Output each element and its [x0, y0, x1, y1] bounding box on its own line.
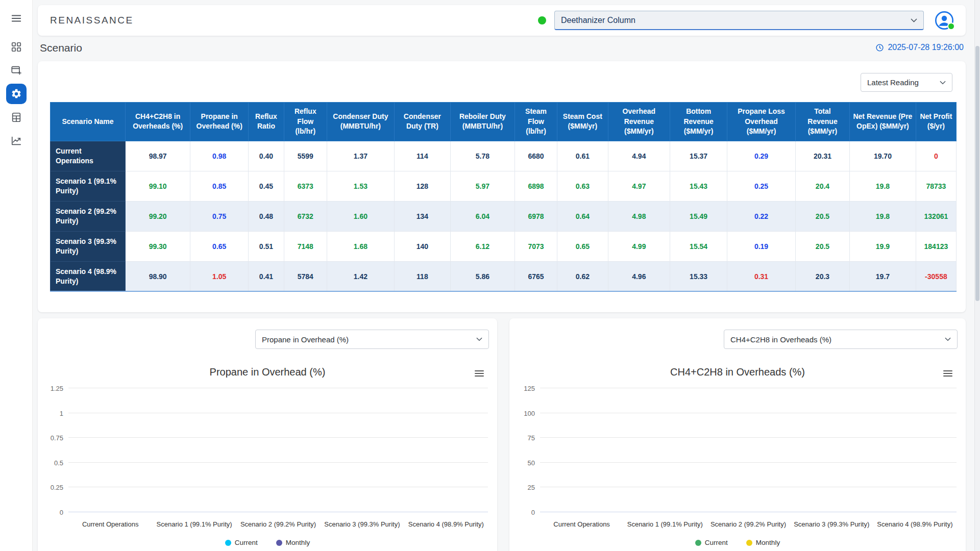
- value-cell: 134: [394, 201, 450, 231]
- scrollbar-thumb[interactable]: [975, 46, 979, 301]
- value-cell: 1.42: [327, 261, 394, 291]
- chart-context-menu-icon[interactable]: [943, 370, 952, 377]
- table-row: Scenario 3 (99.3% Purity)99.300.650.5171…: [51, 231, 957, 261]
- value-cell: 1.60: [327, 201, 394, 231]
- x-axis-label: Scenario 3 (99.3% Purity): [320, 520, 404, 528]
- value-cell: 0.85: [190, 171, 249, 201]
- active-nav-highlight: [6, 84, 27, 104]
- value-cell: 5.97: [450, 171, 514, 201]
- scenario-table-head-row: Scenario NameCH4+C2H8 in Overheads (%)Pr…: [51, 103, 957, 141]
- column-header: Reboiler Duty (MMBTU/hr): [450, 103, 514, 141]
- scenario-name-cell: Current Operations: [51, 141, 126, 171]
- app-root: RENAISSANCE Deethanizer Column Scenario …: [0, 0, 980, 551]
- value-cell: 99.10: [126, 171, 190, 201]
- chart-title: Propane in Overhead (%): [38, 366, 497, 378]
- chart-metric-select[interactable]: CH4+C2H8 in Overheads (%): [724, 330, 958, 349]
- hamburger-menu-icon[interactable]: [0, 7, 33, 30]
- page-title: Scenario: [40, 42, 82, 54]
- vertical-scrollbar[interactable]: [974, 0, 980, 551]
- report-icon[interactable]: [0, 106, 33, 129]
- value-cell: 0.22: [727, 201, 796, 231]
- legend-label: Current: [235, 539, 258, 546]
- chart-legend: CurrentMonthly: [509, 539, 966, 546]
- value-cell: 19.8: [850, 171, 916, 201]
- value-cell: 98.90: [126, 261, 190, 291]
- value-cell: 78733: [916, 171, 956, 201]
- value-cell: 0.75: [190, 201, 249, 231]
- value-cell: 20.3: [795, 261, 849, 291]
- column-header: Net Profit ($/yr): [916, 103, 956, 141]
- chart-legend: CurrentMonthly: [38, 539, 497, 546]
- column-header: Condenser Duty (MMBTU/hr): [327, 103, 394, 141]
- value-cell: 5.86: [450, 261, 514, 291]
- x-axis-label: Scenario 4 (98.9% Purity): [404, 520, 488, 528]
- column-header: Bottom Revenue ($MM/yr): [670, 103, 727, 141]
- legend-item-monthly[interactable]: Monthly: [746, 539, 780, 546]
- reading-select-value: Latest Reading: [867, 78, 919, 87]
- user-avatar[interactable]: [934, 10, 954, 31]
- chevron-down-icon: [476, 337, 482, 341]
- timestamp-text: 2025-07-28 19:26:00: [888, 43, 964, 52]
- x-axis-label: Scenario 4 (98.9% Purity): [873, 520, 957, 528]
- chart-metric-select[interactable]: Propane in Overhead (%): [255, 330, 489, 349]
- value-cell: 99.20: [126, 201, 190, 231]
- scenario-table-card: Latest Reading Scenario NameCH4+C2H8 in …: [38, 61, 966, 312]
- dashboard-icon[interactable]: [0, 36, 33, 58]
- reading-select[interactable]: Latest Reading: [861, 73, 952, 92]
- legend-label: Current: [705, 539, 728, 546]
- legend-item-current[interactable]: Current: [225, 539, 258, 546]
- value-cell: 0.29: [727, 141, 796, 171]
- column-header: Propane Loss Overhead ($MM/yr): [727, 103, 796, 141]
- legend-item-current[interactable]: Current: [695, 539, 728, 546]
- settings-gear-icon[interactable]: [0, 83, 33, 105]
- value-cell: 6.12: [450, 231, 514, 261]
- legend-label: Monthly: [756, 539, 780, 546]
- scenario-name-cell: Scenario 1 (99.1% Purity): [51, 171, 126, 201]
- y-tick-label: 0.5: [54, 459, 63, 466]
- bars: [540, 388, 957, 512]
- y-axis: 0255075100125: [513, 388, 540, 512]
- value-cell: 7073: [514, 231, 557, 261]
- value-cell: 0.45: [249, 171, 284, 201]
- trend-chart-icon[interactable]: [0, 130, 33, 152]
- value-cell: 1.37: [327, 141, 394, 171]
- legend-item-monthly[interactable]: Monthly: [276, 539, 310, 546]
- x-axis-label: Current Operations: [540, 520, 623, 528]
- value-cell: 20.31: [795, 141, 849, 171]
- value-cell: 4.94: [608, 141, 670, 171]
- value-cell: 0.31: [727, 261, 796, 291]
- chart-context-menu-icon[interactable]: [475, 370, 484, 377]
- table-row: Scenario 2 (99.2% Purity)99.200.750.4867…: [51, 201, 957, 231]
- x-axis-label: Scenario 1 (99.1% Purity): [152, 520, 236, 528]
- value-cell: 0.19: [727, 231, 796, 261]
- avatar-presence-dot: [947, 22, 955, 30]
- value-cell: 19.9: [850, 231, 916, 261]
- value-cell: 4.99: [608, 231, 670, 261]
- y-tick-label: 75: [528, 434, 535, 442]
- chart-plot-area: 00.250.50.7511.25: [42, 388, 488, 512]
- chart-plot-area: 0255075100125: [513, 388, 957, 512]
- value-cell: 0.65: [557, 231, 608, 261]
- column-select[interactable]: Deethanizer Column: [554, 11, 924, 30]
- value-cell: 0.98: [190, 141, 249, 171]
- legend-marker: [695, 540, 701, 546]
- value-cell: 0.25: [727, 171, 796, 201]
- column-header: CH4+C2H8 in Overheads (%): [126, 103, 190, 141]
- legend-label: Monthly: [286, 539, 310, 546]
- scenario-table: Scenario NameCH4+C2H8 in Overheads (%)Pr…: [50, 102, 957, 292]
- value-cell: 1.05: [190, 261, 249, 291]
- chevron-down-icon: [940, 81, 946, 85]
- value-cell: 6732: [284, 201, 327, 231]
- plot: [540, 388, 957, 512]
- clock-icon: [875, 43, 884, 52]
- ch4-chart-panel: CH4+C2H8 in Overheads (%) CH4+C2H8 in Ov…: [509, 318, 966, 551]
- window-add-icon[interactable]: [0, 59, 33, 82]
- chart-metric-select-value: Propane in Overhead (%): [262, 335, 349, 344]
- column-header: Propane in Overhead (%): [190, 103, 249, 141]
- legend-marker: [746, 540, 752, 546]
- x-axis-label: Scenario 2 (99.2% Purity): [706, 520, 790, 528]
- column-header: Overhead Revenue ($MM/yr): [608, 103, 670, 141]
- value-cell: 15.54: [670, 231, 727, 261]
- chevron-down-icon: [911, 18, 917, 22]
- value-cell: 0.63: [557, 171, 608, 201]
